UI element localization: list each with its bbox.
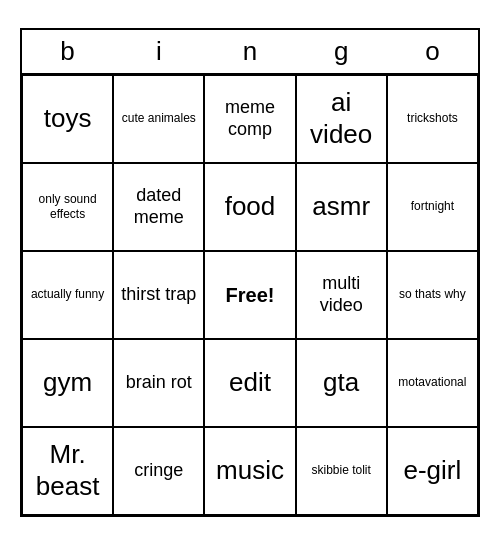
bingo-cell-12: Free! bbox=[204, 251, 295, 339]
bingo-grid: toyscute animalesmeme compai videotricks… bbox=[22, 75, 478, 515]
bingo-cell-24: e-girl bbox=[387, 427, 478, 515]
bingo-cell-0: toys bbox=[22, 75, 113, 163]
bingo-cell-3: ai video bbox=[296, 75, 387, 163]
bingo-cell-18: gta bbox=[296, 339, 387, 427]
header-letter-b: b bbox=[22, 30, 113, 73]
bingo-cell-22: music bbox=[204, 427, 295, 515]
bingo-cell-16: brain rot bbox=[113, 339, 204, 427]
bingo-cell-7: food bbox=[204, 163, 295, 251]
bingo-card: bingo toyscute animalesmeme compai video… bbox=[20, 28, 480, 517]
bingo-cell-4: trickshots bbox=[387, 75, 478, 163]
bingo-cell-21: cringe bbox=[113, 427, 204, 515]
bingo-header: bingo bbox=[22, 30, 478, 75]
header-letter-n: n bbox=[204, 30, 295, 73]
bingo-cell-19: motavational bbox=[387, 339, 478, 427]
bingo-cell-17: edit bbox=[204, 339, 295, 427]
header-letter-g: g bbox=[296, 30, 387, 73]
bingo-cell-10: actually funny bbox=[22, 251, 113, 339]
bingo-cell-14: so thats why bbox=[387, 251, 478, 339]
bingo-cell-13: multi video bbox=[296, 251, 387, 339]
bingo-cell-2: meme comp bbox=[204, 75, 295, 163]
bingo-cell-8: asmr bbox=[296, 163, 387, 251]
bingo-cell-5: only sound effects bbox=[22, 163, 113, 251]
bingo-cell-20: Mr. beast bbox=[22, 427, 113, 515]
bingo-cell-15: gym bbox=[22, 339, 113, 427]
bingo-cell-23: skibbie tolit bbox=[296, 427, 387, 515]
bingo-cell-6: dated meme bbox=[113, 163, 204, 251]
header-letter-i: i bbox=[113, 30, 204, 73]
bingo-cell-1: cute animales bbox=[113, 75, 204, 163]
header-letter-o: o bbox=[387, 30, 478, 73]
bingo-cell-11: thirst trap bbox=[113, 251, 204, 339]
bingo-cell-9: fortnight bbox=[387, 163, 478, 251]
